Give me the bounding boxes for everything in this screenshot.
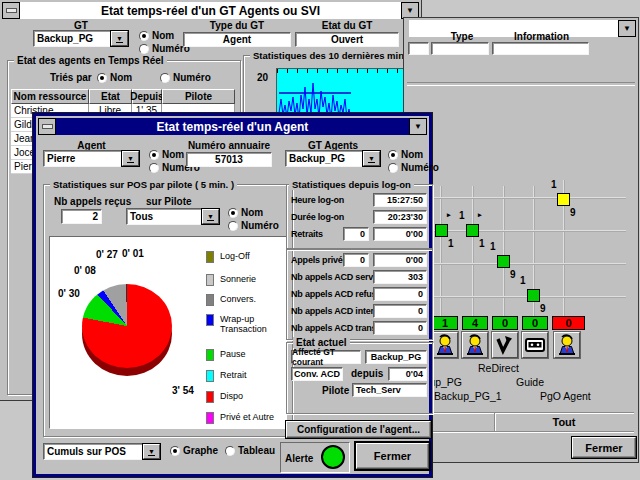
depuis-field: 0'04 xyxy=(388,367,427,381)
legend-chip xyxy=(206,412,214,424)
agent-radio-numero[interactable] xyxy=(149,163,159,173)
gt-radio-numero[interactable] xyxy=(139,44,149,54)
type-gt-label: Type du GT xyxy=(183,20,291,31)
window-pilot: ▼ Type Information 1 ▸ 1 1 ▸ 1 1 9 1 9 xyxy=(404,18,638,462)
minutes-stats-title: Statistiques des 10 dernières minutes xyxy=(250,50,427,61)
label-pg0-agent: PgO Agent xyxy=(540,390,591,402)
depuis-label: depuis xyxy=(351,368,383,379)
agent-radio-nom[interactable] xyxy=(149,150,159,160)
dropdown-arrow-icon[interactable]: ▼ xyxy=(202,209,219,224)
sur-pilote-label: sur Pilote xyxy=(146,196,192,207)
numero-annuaire-label: Numéro annuaire xyxy=(186,140,272,151)
pilot-fermer-button[interactable]: Fermer xyxy=(572,437,636,458)
node-count-bottom: 9 xyxy=(540,303,546,314)
legend-chip xyxy=(206,391,214,403)
legend-chip xyxy=(206,294,214,306)
col-header-pilote[interactable]: Pilote xyxy=(162,89,235,104)
node-count-bottom: 1 xyxy=(448,238,454,249)
gt-agents-combobox-value: Backup_PG xyxy=(286,153,363,164)
gt-agents-combobox[interactable]: Backup_PG ▼ xyxy=(285,150,381,167)
nb-appels-field: 2 xyxy=(61,209,102,224)
appels-prives-duration-field: 0'00 xyxy=(373,253,427,267)
pie-callout: 0' 30 xyxy=(58,288,80,299)
cumuls-combobox[interactable]: Cumuls sur POS ▼ xyxy=(43,443,161,460)
routing-node[interactable] xyxy=(466,224,479,237)
system-menu-icon[interactable] xyxy=(2,2,20,19)
col-header-nom[interactable]: Nom ressource xyxy=(11,89,89,104)
type-cell-small[interactable] xyxy=(408,42,429,55)
redirect-icon[interactable] xyxy=(492,332,518,358)
pilote-field: Tech_Serv xyxy=(352,383,427,397)
agent-icon[interactable] xyxy=(432,332,458,358)
acd-servis-field: 303 xyxy=(373,270,427,284)
col-header-etat[interactable]: Etat xyxy=(89,89,132,104)
node-count-top: 1 xyxy=(520,275,526,286)
legend-item: Sonnerie xyxy=(206,274,256,286)
agent-fermer-button[interactable]: Fermer xyxy=(356,443,429,469)
pilote-radio-numero[interactable] xyxy=(228,221,238,231)
status-box: 0 xyxy=(522,316,548,330)
gt-courant-field: Backup_PG xyxy=(365,350,427,364)
legend-label: Retrait xyxy=(214,370,247,382)
restore-icon[interactable]: ▼ xyxy=(409,118,427,135)
graphe-radio[interactable] xyxy=(170,446,180,456)
acd-transferes-field: 0 xyxy=(373,321,427,335)
restore-icon[interactable]: ▼ xyxy=(618,20,636,37)
alerte-label: Alerte xyxy=(285,453,313,464)
tout-bar[interactable]: Tout xyxy=(408,412,634,432)
configuration-button[interactable]: Configuration de l'agent... xyxy=(286,421,431,438)
pie-callout: 0' 01 xyxy=(122,248,144,259)
acd-interceptes-field: 0 xyxy=(373,304,427,318)
agent-icon[interactable] xyxy=(554,332,580,358)
pilote-label: Pilote xyxy=(322,385,349,396)
node-count-top: 1 xyxy=(459,210,465,221)
agent-combobox[interactable]: Pierre ▼ xyxy=(43,150,140,167)
legend-chip xyxy=(206,251,214,263)
tableau-radio[interactable] xyxy=(225,446,235,456)
information-cell[interactable] xyxy=(492,42,589,55)
sort-radio-nom[interactable] xyxy=(97,73,107,83)
etat-gt-field: Ouvert xyxy=(295,32,399,47)
etat-agent-field: Conv. ACD xyxy=(291,367,343,381)
node-count-top: 1 xyxy=(551,179,557,190)
gt-combobox[interactable]: Backup_PG ▼ xyxy=(33,30,129,47)
gt-radio-nom-label: Nom xyxy=(152,30,174,41)
gtagents-radio-nom[interactable] xyxy=(388,150,398,160)
agent-window-titlebar[interactable]: Etat temps-réel d'un Agent ▼ xyxy=(38,118,427,135)
legend-label: Convers. xyxy=(214,294,256,306)
routing-node[interactable] xyxy=(497,255,510,268)
sur-pilote-combobox[interactable]: Tous ▼ xyxy=(126,208,220,225)
gt-window-titlebar[interactable]: Etat temps-réel d'un GT Agents ou SVI ▼ xyxy=(2,2,419,19)
machine-icon[interactable] xyxy=(522,332,548,358)
legend-chip xyxy=(206,274,214,286)
duree-logon-field: 20:23'30 xyxy=(373,210,427,224)
agents-group-title: Etat des agents en Temps Réel xyxy=(14,55,167,66)
legend-chip xyxy=(206,314,214,326)
system-menu-icon[interactable] xyxy=(38,118,56,135)
pilote-radio-nom[interactable] xyxy=(228,208,238,218)
appels-prives-count-field: 0 xyxy=(343,253,369,267)
label-backup-pg-1: Backup_PG_1 xyxy=(434,390,502,402)
heure-logon-label: Heure log-on xyxy=(291,195,344,205)
logon-group-title: Statistiques depuis log-on xyxy=(289,179,414,190)
type-cell[interactable] xyxy=(431,42,489,55)
dropdown-arrow-icon[interactable]: ▼ xyxy=(143,444,160,459)
restore-icon[interactable]: ▼ xyxy=(401,2,419,19)
routing-node[interactable] xyxy=(527,289,540,302)
gt-radio-nom[interactable] xyxy=(139,31,149,41)
pilote-radio-nom-label: Nom xyxy=(241,207,263,218)
numero-annuaire-field: 57013 xyxy=(186,152,272,167)
routing-node[interactable] xyxy=(435,224,448,237)
agent-icon[interactable] xyxy=(462,332,488,358)
sort-radio-numero[interactable] xyxy=(160,73,170,83)
gtagents-radio-numero[interactable] xyxy=(388,163,398,173)
pos-group-title: Statistiques sur POS par pilote ( 5 min.… xyxy=(50,179,237,190)
status-box: 4 xyxy=(462,316,488,330)
col-header-depuis[interactable]: Depuis xyxy=(132,89,162,104)
routing-node[interactable] xyxy=(557,193,570,206)
sort-radio-nom-label: Nom xyxy=(110,72,132,83)
dropdown-arrow-icon[interactable]: ▼ xyxy=(111,31,128,46)
agent-combobox-value: Pierre xyxy=(44,153,122,164)
dropdown-arrow-icon[interactable]: ▼ xyxy=(122,151,139,166)
dropdown-arrow-icon[interactable]: ▼ xyxy=(363,151,380,166)
